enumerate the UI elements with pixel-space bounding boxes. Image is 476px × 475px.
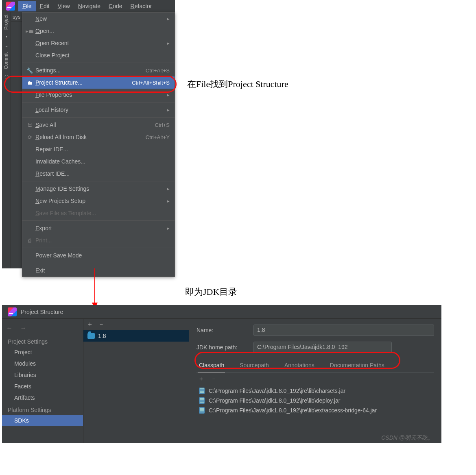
menu-item-label: File Properties xyxy=(34,92,164,98)
sdk-list-panel: ＋ － 1.8 xyxy=(83,319,189,443)
classpath-path: C:\Program Files\Java\jdk1.8.0_192\jre\l… xyxy=(209,388,345,394)
nav-item-libraries[interactable]: Libraries xyxy=(2,369,83,381)
menu-item-label: Close Project xyxy=(34,52,170,59)
menu-item-close-project[interactable]: Close Project xyxy=(22,49,175,61)
menu-item-restart-ide[interactable]: Restart IDE... xyxy=(22,168,175,180)
classpath-list: C:\Program Files\Java\jdk1.8.0_192\jre\l… xyxy=(197,385,434,416)
wrench-icon: 🔧 xyxy=(26,68,34,74)
menu-item-new[interactable]: New▸ xyxy=(22,13,175,25)
menu-item-save-file-as-template: Save File as Template... xyxy=(22,207,175,219)
annotation-text-mid: 即为JDK目录 xyxy=(185,286,237,298)
classpath-path: C:\Program Files\Java\jdk1.8.0_192\jre\l… xyxy=(209,397,340,404)
menu-item-label: Print... xyxy=(34,237,170,244)
jdk-home-label: JDK home path: xyxy=(197,344,253,351)
forward-arrow-icon[interactable]: → xyxy=(20,325,26,331)
menu-item-export[interactable]: Export▸ xyxy=(22,222,175,234)
menu-item-label: Repair IDE... xyxy=(34,146,170,153)
menubar-item-edit[interactable]: Edit xyxy=(36,1,54,11)
tab-sourcepath[interactable]: Sourcepath xyxy=(239,359,270,372)
jar-icon xyxy=(199,407,205,414)
back-arrow-icon[interactable]: ← xyxy=(6,325,13,331)
submenu-arrow-icon: ▸ xyxy=(164,186,170,192)
menu-item-open[interactable]: ▸🖿Open... xyxy=(22,25,175,37)
menubar-item-view[interactable]: View xyxy=(54,1,74,11)
menu-item-shortcut: Ctrl+S xyxy=(155,122,170,128)
menubar: FileEditViewNavigateCodeRefactor xyxy=(2,0,175,12)
folder-gear-icon: 🖿 xyxy=(26,80,34,86)
disk-icon: 🖫 xyxy=(26,122,34,128)
nav-item-artifacts[interactable]: Artifacts xyxy=(2,392,83,403)
menubar-item-file[interactable]: File xyxy=(18,1,36,11)
menu-item-local-history[interactable]: Local History▸ xyxy=(22,104,175,116)
menu-item-project-structure[interactable]: 🖿Project Structure...Ctrl+Alt+Shift+S xyxy=(22,76,175,89)
sdk-list-item[interactable]: 1.8 xyxy=(83,330,189,342)
submenu-arrow-icon: ▸ xyxy=(164,198,170,204)
add-classpath-button[interactable]: ＋ xyxy=(198,375,204,382)
folder-icon: ▸🖿 xyxy=(26,28,34,34)
nav-item-facets[interactable]: Facets xyxy=(2,381,83,392)
menubar-item-navigate[interactable]: Navigate xyxy=(74,1,105,11)
menu-item-open-recent[interactable]: Open Recent▸ xyxy=(22,37,175,49)
menu-item-label: Project Structure... xyxy=(34,79,132,86)
folder-icon: ▪ xyxy=(2,32,11,41)
menu-item-invalidate-caches[interactable]: Invalidate Caches... xyxy=(22,155,175,168)
menu-item-manage-ide-settings[interactable]: Manage IDE Settings▸ xyxy=(22,183,175,195)
tab-annotations[interactable]: Annotations xyxy=(284,359,315,372)
menu-item-label: Save All xyxy=(34,122,155,128)
sdk-name: 1.8 xyxy=(98,333,106,339)
annotation-text-top: 在File找到Project Structure xyxy=(187,78,288,90)
print-icon: ⎙ xyxy=(26,238,34,244)
menu-item-label: Exit xyxy=(34,267,170,274)
submenu-arrow-icon: ▸ xyxy=(164,16,170,22)
jar-icon xyxy=(199,397,205,404)
intellij-logo-icon xyxy=(6,2,15,11)
menu-item-file-properties[interactable]: File Properties▸ xyxy=(22,89,175,101)
breadcrumb-truncated: sys xyxy=(11,12,22,22)
file-menu-dropdown: New▸▸🖿Open...Open Recent▸Close Project🔧S… xyxy=(22,12,175,277)
menu-item-label: New Projects Setup xyxy=(34,198,164,204)
jar-icon xyxy=(199,388,205,394)
menu-item-power-save-mode[interactable]: Power Save Mode xyxy=(22,249,175,261)
menubar-item-code[interactable]: Code xyxy=(105,1,126,11)
menu-item-save-all[interactable]: 🖫Save AllCtrl+S xyxy=(22,119,175,131)
classpath-row[interactable]: C:\Program Files\Java\jdk1.8.0_192\jre\l… xyxy=(197,386,434,396)
tool-tab-project[interactable]: Project xyxy=(2,12,10,32)
submenu-arrow-icon: ▸ xyxy=(164,107,170,113)
remove-sdk-button[interactable]: － xyxy=(98,320,105,329)
nav-history: ← → xyxy=(2,321,83,335)
menu-item-repair-ide[interactable]: Repair IDE... xyxy=(22,143,175,155)
menubar-item-refactor[interactable]: Refactor xyxy=(127,1,156,11)
chevron-down-icon[interactable]: ⌄ xyxy=(2,41,11,50)
tab-documentation-paths[interactable]: Documentation Paths xyxy=(329,359,385,372)
remove-classpath-button[interactable]: － xyxy=(211,375,217,382)
sdk-name-input[interactable]: 1.8 xyxy=(253,325,434,336)
name-label: Name: xyxy=(197,327,253,333)
classpath-path: C:\Program Files\Java\jdk1.8.0_192\jre\l… xyxy=(209,407,377,414)
menu-item-shortcut: Ctrl+Alt+Shift+S xyxy=(132,80,170,86)
menu-item-shortcut: Ctrl+Alt+Y xyxy=(146,134,170,140)
nav-item-project[interactable]: Project xyxy=(2,346,83,358)
nav-item-sdks[interactable]: SDKs xyxy=(2,415,83,426)
tab-classpath[interactable]: Classpath xyxy=(198,359,225,373)
menu-item-settings[interactable]: 🔧Settings...Ctrl+Alt+S xyxy=(22,64,175,76)
menu-item-label: Settings... xyxy=(34,67,146,74)
tool-window-strip: Project ▪ ⌄ Commit ◌ xyxy=(2,12,11,268)
ide-window: FileEditViewNavigateCodeRefactor Project… xyxy=(2,0,175,268)
nav-header-project-settings: Project Settings xyxy=(2,335,83,346)
classpath-row[interactable]: C:\Program Files\Java\jdk1.8.0_192\jre\l… xyxy=(197,396,434,405)
jdk-home-path-input[interactable]: C:\Program Files\Java\jdk1.8.0_192 xyxy=(253,342,392,353)
menu-item-label: Export xyxy=(34,225,164,231)
dialog-title: Project Structure xyxy=(21,309,63,315)
add-sdk-button[interactable]: ＋ xyxy=(87,320,93,329)
project-structure-dialog: Project Structure ← → Project Settings P… xyxy=(2,305,441,443)
menu-item-reload-all-from-disk[interactable]: ⟳Reload All from DiskCtrl+Alt+Y xyxy=(22,131,175,143)
nav-item-modules[interactable]: Modules xyxy=(2,358,83,369)
menu-item-label: New xyxy=(34,15,164,22)
submenu-arrow-icon: ▸ xyxy=(164,226,170,231)
nav-header-platform-settings: Platform Settings xyxy=(2,403,83,415)
classpath-row[interactable]: C:\Program Files\Java\jdk1.8.0_192\jre\l… xyxy=(197,405,434,415)
tool-tab-commit[interactable]: Commit xyxy=(2,50,10,72)
menu-item-label: Power Save Mode xyxy=(34,252,170,259)
menu-item-new-projects-setup[interactable]: New Projects Setup▸ xyxy=(22,195,175,207)
submenu-arrow-icon: ▸ xyxy=(164,92,170,98)
